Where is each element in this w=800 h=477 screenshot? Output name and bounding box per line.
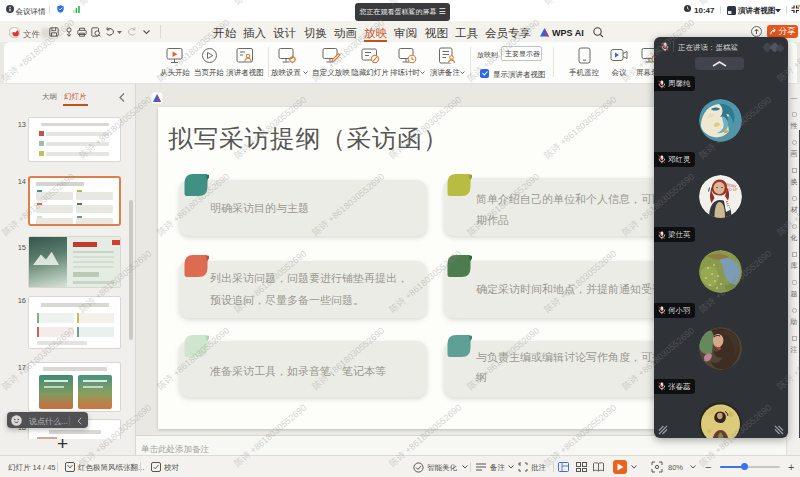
svg-text:TO U!: TO U! [727,187,738,192]
